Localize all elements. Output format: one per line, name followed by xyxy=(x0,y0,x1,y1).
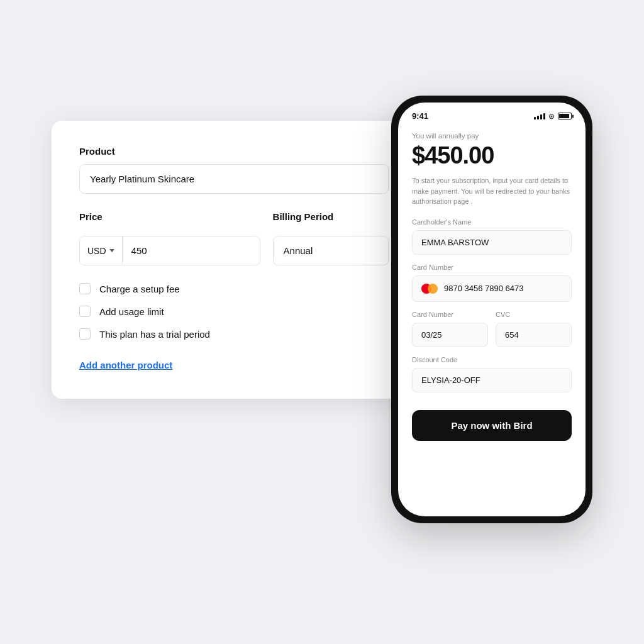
checkbox-usage-limit-label: Add usage limit xyxy=(99,306,164,317)
checkbox-setup-fee-box[interactable] xyxy=(79,283,91,294)
status-bar: 9:41 ⊛ xyxy=(398,103,586,126)
bar4 xyxy=(543,113,545,119)
price-input-row: USD xyxy=(79,236,260,265)
signal-bars-icon xyxy=(534,113,545,119)
battery-icon xyxy=(558,113,572,119)
billing-period-input[interactable] xyxy=(273,236,389,265)
price-period-row: Price USD Billing Period xyxy=(79,211,389,265)
cardholder-input[interactable]: EMMA BARSTOW xyxy=(412,230,572,255)
add-product-link[interactable]: Add another product xyxy=(79,360,172,370)
phone-screen: 9:41 ⊛ You will annually pay xyxy=(398,103,586,516)
checkbox-setup-fee[interactable]: Charge a setup fee xyxy=(79,283,389,294)
checkbox-trial-period-box[interactable] xyxy=(79,328,91,340)
phone-content: You will annually pay $450.00 To start y… xyxy=(398,126,586,516)
pay-description: To start your subscription, input your c… xyxy=(412,175,572,207)
card-number-input[interactable]: 9870 3456 7890 6473 xyxy=(412,275,572,302)
scene: Product Price USD Billing Period xyxy=(52,96,592,548)
checkbox-trial-period[interactable]: This plan has a trial period xyxy=(79,328,389,340)
discount-value: ELYSIA-20-OFF xyxy=(421,375,480,385)
cardholder-value: EMMA BARSTOW xyxy=(421,238,489,247)
cvc-label: CVC xyxy=(496,311,572,318)
product-label: Product xyxy=(79,146,389,157)
expiry-label: Card Number xyxy=(412,311,488,318)
checkbox-setup-fee-label: Charge a setup fee xyxy=(99,284,180,294)
checkbox-usage-limit[interactable]: Add usage limit xyxy=(79,306,389,317)
mastercard-icon xyxy=(421,283,438,294)
product-input[interactable] xyxy=(79,164,389,194)
desktop-card: Product Price USD Billing Period xyxy=(52,121,416,399)
expiry-cvc-row: Card Number 03/25 CVC 654 xyxy=(412,311,572,356)
currency-value: USD xyxy=(87,246,106,256)
cardholder-label: Cardholder's Name xyxy=(412,218,572,226)
pay-button[interactable]: Pay now with Bird xyxy=(412,410,572,441)
status-icons: ⊛ xyxy=(534,112,572,121)
currency-select[interactable]: USD xyxy=(80,236,123,265)
expiry-group: Card Number 03/25 xyxy=(412,311,488,356)
checkboxes: Charge a setup fee Add usage limit This … xyxy=(79,283,389,340)
cvc-group: CVC 654 xyxy=(496,311,572,356)
cvc-input[interactable]: 654 xyxy=(496,323,572,347)
pay-subtitle: You will annually pay xyxy=(412,132,572,140)
battery-fill xyxy=(559,114,569,118)
wifi-icon: ⊛ xyxy=(548,112,555,121)
discount-input[interactable]: ELYSIA-20-OFF xyxy=(412,368,572,392)
price-number-input[interactable] xyxy=(123,236,260,265)
billing-period-label: Billing Period xyxy=(273,211,389,222)
bar3 xyxy=(540,114,542,119)
bar1 xyxy=(534,117,536,119)
period-group: Billing Period xyxy=(273,211,389,265)
checkbox-trial-period-label: This plan has a trial period xyxy=(99,329,210,340)
expiry-value: 03/25 xyxy=(421,330,442,340)
card-number-label: Card Number xyxy=(412,264,572,271)
pay-amount: $450.00 xyxy=(412,142,572,169)
price-group: Price USD xyxy=(79,211,260,265)
price-label: Price xyxy=(79,211,260,222)
checkbox-usage-limit-box[interactable] xyxy=(79,306,91,317)
chevron-down-icon xyxy=(109,249,114,252)
status-time: 9:41 xyxy=(412,111,428,121)
mc-circle-right xyxy=(428,284,438,294)
expiry-input[interactable]: 03/25 xyxy=(412,323,488,347)
card-number-value: 9870 3456 7890 6473 xyxy=(444,284,524,293)
bar2 xyxy=(537,116,539,119)
cvc-value: 654 xyxy=(505,330,519,340)
phone-shell: 9:41 ⊛ You will annually pay xyxy=(391,96,592,523)
discount-label: Discount Code xyxy=(412,356,572,364)
